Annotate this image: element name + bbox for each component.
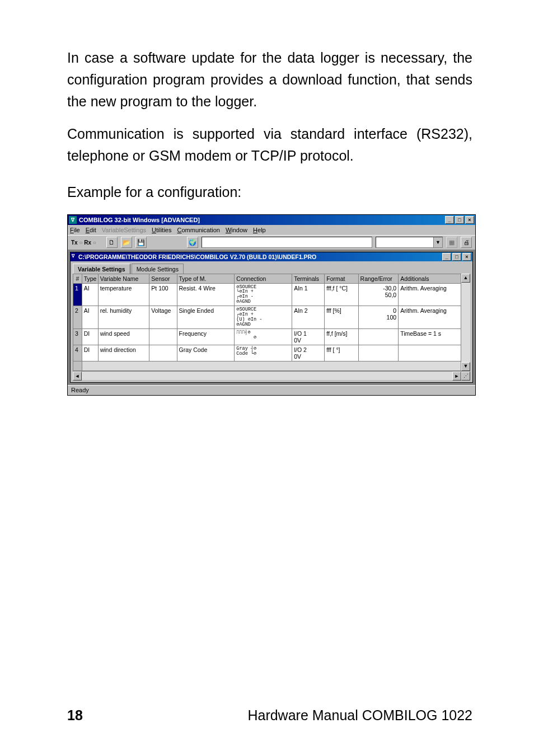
cell-connection: ⊘SOURCE └⊘In + ┌⊘In - ⊘AGND bbox=[235, 283, 292, 306]
menu-communication[interactable]: Communication bbox=[177, 227, 219, 233]
document-titlebar: ∇ C:\PROGRAMME\THEODOR FRIEDRICHS\COMBIL… bbox=[71, 252, 472, 261]
close-button[interactable]: × bbox=[465, 216, 474, 224]
minimize-button[interactable]: _ bbox=[445, 216, 454, 224]
cell-connection: Gray ┤⊘ Code └⊘ bbox=[235, 345, 292, 361]
paragraph-2: Communication is supported via standard … bbox=[67, 123, 472, 167]
scroll-left-button[interactable]: ◄ bbox=[73, 372, 82, 381]
print-button[interactable]: 🖨 bbox=[461, 237, 472, 248]
menu-variablesettings[interactable]: VariableSettings bbox=[102, 227, 146, 233]
printer-combo[interactable]: ▼ bbox=[376, 237, 443, 248]
tab-module-settings[interactable]: Module Settings bbox=[132, 264, 184, 274]
tabs-row: Variable Settings Module Settings bbox=[71, 261, 472, 274]
menubar: File Edit VariableSettings Utilities Com… bbox=[68, 225, 475, 235]
table-row[interactable]: 3 DI wind speed Frequency ⎍⎍⎍┤⊘ ⊘ I/O 1 … bbox=[73, 328, 461, 345]
cell-typem: Gray Code bbox=[177, 345, 235, 361]
cell-sensor bbox=[149, 345, 177, 361]
cell-type: AI bbox=[82, 283, 98, 306]
app-window: ∇ COMBILOG 32-bit Windows [ADVANCED] _ □… bbox=[67, 214, 476, 396]
row-num: 4 bbox=[73, 345, 82, 361]
cell-sensor: Pt 100 bbox=[149, 283, 177, 306]
cell-typem: Resist. 4 Wire bbox=[177, 283, 235, 306]
row-num bbox=[73, 361, 82, 370]
cell-range bbox=[358, 345, 399, 361]
col-sensor-header[interactable]: Sensor bbox=[149, 274, 177, 283]
tool-button-1[interactable]: ▦ bbox=[446, 237, 457, 248]
cell-type: DI bbox=[82, 328, 98, 345]
col-type-header[interactable]: Type bbox=[82, 274, 98, 283]
cell-connection: ⎍⎍⎍┤⊘ ⊘ bbox=[235, 328, 292, 345]
table-row[interactable]: 4 DI wind direction Gray Code Gray ┤⊘ Co… bbox=[73, 345, 461, 361]
cell-connection: ⊘SOURCE ┌⊘In + (U) ⊘In - ⊘AGND bbox=[235, 306, 292, 329]
cell-range bbox=[358, 328, 399, 345]
cell-format: ff,f [m/s] bbox=[325, 328, 358, 345]
col-typem-header[interactable]: Type of M. bbox=[177, 274, 235, 283]
menu-edit[interactable]: Edit bbox=[86, 227, 96, 233]
col-fmt-header[interactable]: Format bbox=[325, 274, 358, 283]
col-term-header[interactable]: Terminals bbox=[292, 274, 325, 283]
row-num: 1 bbox=[73, 283, 82, 306]
doc-icon: ∇ bbox=[72, 253, 78, 260]
statusbar: Ready bbox=[68, 385, 475, 395]
page-number: 18 bbox=[67, 707, 83, 724]
globe-button[interactable]: 🌍 bbox=[187, 237, 198, 248]
grid-header-row: # Type Variable Name Sensor Type of M. C… bbox=[73, 274, 461, 283]
col-num-header[interactable]: # bbox=[73, 274, 82, 283]
col-add-header[interactable]: Additionals bbox=[399, 274, 461, 283]
cell-additionals: Arithm. Averaging bbox=[399, 283, 461, 306]
cell-format: fff [ °] bbox=[325, 345, 358, 361]
cell-range: -30,0 50,0 bbox=[358, 283, 399, 306]
doc-close-button[interactable]: × bbox=[462, 253, 471, 261]
cell-type: DI bbox=[82, 345, 98, 361]
table-row-empty bbox=[73, 361, 461, 370]
toolbar-address-field[interactable] bbox=[202, 237, 372, 248]
vertical-scrollbar[interactable]: ▲ ▼ bbox=[461, 274, 470, 371]
resize-grip[interactable]: ⋰ bbox=[461, 372, 470, 381]
grid-area: # Type Variable Name Sensor Type of M. C… bbox=[71, 274, 472, 382]
app-title: COMBILOG 32-bit Windows [ADVANCED] bbox=[79, 217, 200, 223]
app-icon: ∇ bbox=[69, 216, 77, 224]
menu-window[interactable]: Window bbox=[226, 227, 247, 233]
cell-format: fff,f [ °C] bbox=[325, 283, 358, 306]
mdi-client-area: ∇ C:\PROGRAMME\THEODOR FRIEDRICHS\COMBIL… bbox=[68, 250, 475, 385]
toolbar: Tx ○ Rx ○ 🗋 📂 💾 🌍 ▼ ▦ 🖨 bbox=[68, 235, 475, 250]
menu-utilities[interactable]: Utilities bbox=[152, 227, 171, 233]
col-name-header[interactable]: Variable Name bbox=[98, 274, 149, 283]
status-text: Ready bbox=[71, 387, 89, 393]
table-row[interactable]: 2 AI rel. humidity Voltage Single Ended … bbox=[73, 306, 461, 329]
cell-typem: Frequency bbox=[177, 328, 235, 345]
document-window: ∇ C:\PROGRAMME\THEODOR FRIEDRICHS\COMBIL… bbox=[70, 252, 473, 383]
row-num: 3 bbox=[73, 328, 82, 345]
doc-maximize-button[interactable]: □ bbox=[452, 253, 461, 261]
cell-sensor bbox=[149, 328, 177, 345]
cell-terminals: AIn 1 bbox=[292, 283, 325, 306]
new-file-button[interactable]: 🗋 bbox=[106, 237, 118, 248]
col-re-header[interactable]: Range/Error bbox=[358, 274, 399, 283]
horizontal-scrollbar[interactable]: ◄ ► ⋰ bbox=[73, 371, 470, 380]
doc-minimize-button[interactable]: _ bbox=[442, 253, 451, 261]
paragraph-1: In case a software update for the data l… bbox=[67, 47, 472, 112]
cell-additionals: TimeBase = 1 s bbox=[399, 328, 461, 345]
open-file-button[interactable]: 📂 bbox=[121, 237, 132, 248]
cell-name: temperature bbox=[98, 283, 149, 306]
tab-variable-settings[interactable]: Variable Settings bbox=[73, 264, 130, 274]
cell-terminals: I/O 1 0V bbox=[292, 328, 325, 345]
menu-file[interactable]: File bbox=[70, 227, 80, 233]
cell-name: wind speed bbox=[98, 328, 149, 345]
cell-terminals: AIn 2 bbox=[292, 306, 325, 329]
cell-format: fff [%] bbox=[325, 306, 358, 329]
cell-name: rel. humidity bbox=[98, 306, 149, 329]
menu-help[interactable]: Help bbox=[253, 227, 266, 233]
outer-titlebar: ∇ COMBILOG 32-bit Windows [ADVANCED] _ □… bbox=[68, 215, 475, 225]
scroll-right-button[interactable]: ► bbox=[452, 372, 461, 381]
table-row[interactable]: 1 AI temperature Pt 100 Resist. 4 Wire ⊘… bbox=[73, 283, 461, 306]
save-file-button[interactable]: 💾 bbox=[135, 237, 147, 248]
document-title: C:\PROGRAMME\THEODOR FRIEDRICHS\COMBILOG… bbox=[78, 253, 316, 260]
cell-range: 0 100 bbox=[358, 306, 399, 329]
maximize-button[interactable]: □ bbox=[455, 216, 464, 224]
paragraph-3: Example for a configuration: bbox=[67, 181, 472, 203]
txrx-indicator: Tx ○ Rx ○ bbox=[71, 240, 96, 246]
row-num: 2 bbox=[73, 306, 82, 329]
col-conn-header[interactable]: Connection bbox=[235, 274, 292, 283]
variables-grid[interactable]: # Type Variable Name Sensor Type of M. C… bbox=[73, 274, 461, 371]
cell-sensor: Voltage bbox=[149, 306, 177, 329]
